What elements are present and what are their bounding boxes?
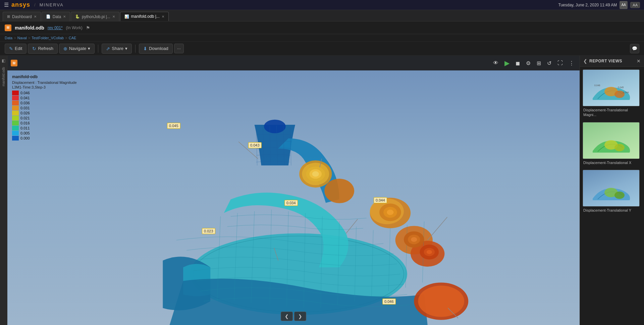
datetime: Tuesday, June 2, 2020 11:49 AM [558, 3, 617, 7]
legend-color-2 [12, 101, 19, 105]
report-item-2[interactable]: Displacement-Translational Y [583, 170, 641, 213]
annotation-045: 0.045 [167, 123, 180, 129]
report-item-1[interactable]: ✓ Displacement-Translational X [583, 122, 641, 165]
legend-val-1: 0.041 [20, 96, 30, 100]
download-label: Download [149, 46, 168, 51]
annotation-046: 0.046 [382, 299, 396, 305]
legend-val-0: 0.046 [20, 91, 30, 95]
nav-next-button[interactable]: ❯ [294, 312, 306, 321]
tab-python[interactable]: 🐍 pythonJob.pi |... ✕ [71, 12, 119, 21]
tab-data-close[interactable]: ✕ [63, 15, 66, 18]
share-icon: ⇗ [106, 46, 110, 51]
flag-icon[interactable]: ⚑ [86, 25, 90, 31]
legend-row-4: 0.026 [12, 111, 77, 115]
tab-data-label: Data [53, 14, 61, 19]
legend-row-2: 0.036 [12, 101, 77, 105]
legend-val-5: 0.021 [20, 116, 30, 120]
report-chevron-button[interactable]: ❮ [583, 58, 587, 64]
navigate-dropdown-icon: ▾ [88, 46, 90, 51]
tab-data-icon: 📄 [46, 14, 51, 19]
breadcrumb-testfolder[interactable]: TestFolder_VCollab [32, 36, 64, 40]
viewer-settings-button[interactable]: ⚙ [524, 59, 533, 68]
svg-point-2 [264, 120, 286, 133]
svg-point-20 [312, 171, 319, 177]
main-content: ◧ manifold.odb M 👁 ▶ ◼ ⚙ ⊞ ↺ ⛶ ⋮ manifol… [0, 56, 644, 325]
tab-dashboard[interactable]: ⊞ Dashboard ✕ [3, 12, 41, 21]
edit-button[interactable]: ✎ Edit [5, 44, 26, 54]
annotation-044: 0.044 [374, 197, 387, 203]
tab-manifold-icon: 📊 [124, 14, 129, 19]
avatar-button[interactable]: AA [620, 1, 628, 9]
report-item-0[interactable]: ✓ 0.046 0.045 0.044 Di [583, 69, 641, 117]
legend-step: L3M1-Time:3,Step-3 [12, 85, 77, 89]
nav-arrows: ❮ ❯ [281, 312, 306, 321]
tab-manifold-close[interactable]: ✕ [162, 15, 164, 18]
breadcrumb-sep2: > [28, 36, 30, 40]
viewer-grid-button[interactable]: ⊞ [535, 59, 543, 68]
legend-row-7: 0.011 [12, 126, 77, 130]
navigate-button[interactable]: ⊕ Navigate ▾ [59, 44, 95, 54]
3d-viewer[interactable]: M 👁 ▶ ◼ ⚙ ⊞ ↺ ⛶ ⋮ manifold-odb Displacem… [7, 56, 580, 325]
viewer-more-button[interactable]: ⋮ [567, 59, 576, 68]
share-label: Share [112, 46, 123, 51]
tab-python-icon: 🐍 [75, 14, 80, 19]
legend: manifold-odb Displacement : Translationa… [12, 74, 77, 141]
legend-row-9: 0.000 [12, 136, 77, 141]
legend-color-6 [12, 121, 19, 125]
report-title: REPORT VIEWS [589, 59, 622, 63]
annotation-023: 0.023 [202, 228, 215, 234]
font-size-button[interactable]: AA [630, 2, 640, 8]
download-icon: ⬇ [143, 46, 147, 51]
legend-color-0 [12, 91, 19, 95]
3d-mesh [7, 70, 580, 325]
share-button[interactable]: ⇗ Share ▾ [102, 44, 132, 54]
legend-row-5: 0.021 [12, 116, 77, 120]
breadcrumb: Data > Naval > TestFolder_VCollab > CAE [0, 34, 644, 42]
refresh-button[interactable]: ↻ Refresh [28, 44, 58, 54]
viewer-eye-button[interactable]: 👁 [491, 59, 500, 67]
tab-data[interactable]: 📄 Data ✕ [42, 12, 70, 21]
side-strip-button[interactable]: ◧ [2, 57, 5, 64]
legend-val-9: 0.000 [20, 136, 30, 140]
viewer-undo-button[interactable]: ↺ [545, 59, 553, 68]
legend-color-8 [12, 131, 19, 136]
filebar: M manifold.odb rev 001* (In Work) ⚑ [0, 21, 644, 34]
chat-icon: 💬 [632, 46, 637, 51]
tabbar: ⊞ Dashboard ✕ 📄 Data ✕ 🐍 pythonJob.pi |.… [0, 10, 644, 21]
legend-color-3 [12, 106, 19, 110]
viewer-box-button[interactable]: ◼ [514, 59, 522, 68]
tab-manifold-label: manifold.odb |... [131, 14, 160, 19]
legend-color-7 [12, 126, 19, 130]
svg-point-38 [614, 192, 625, 199]
svg-point-26 [411, 237, 417, 242]
more-button[interactable]: ··· [174, 44, 184, 53]
tab-python-close[interactable]: ✕ [112, 15, 115, 18]
tab-manifold[interactable]: 📊 manifold.odb |... ✕ [120, 12, 169, 21]
edit-label: Edit [15, 46, 22, 51]
download-button[interactable]: ⬇ Download [139, 44, 173, 54]
annotation-034: 0.034 [284, 200, 298, 206]
legend-row-6: 0.016 [12, 121, 77, 125]
viewer-fullscreen-button[interactable]: ⛶ [555, 59, 565, 67]
nav-prev-button[interactable]: ❮ [281, 312, 293, 321]
chat-button[interactable]: 💬 [630, 44, 639, 53]
viewer-play-button[interactable]: ▶ [502, 58, 512, 68]
breadcrumb-data[interactable]: Data [5, 36, 12, 40]
file-revision[interactable]: rev 001* [48, 25, 63, 30]
legend-title: manifold-odb [12, 74, 77, 80]
report-close-button[interactable]: ✕ [637, 58, 641, 64]
svg-point-11 [418, 286, 464, 317]
tab-dashboard-close[interactable]: ✕ [34, 15, 37, 18]
topbar-right: Tuesday, June 2, 2020 11:49 AM AA AA [558, 1, 640, 9]
svg-point-23 [387, 210, 393, 215]
breadcrumb-cae[interactable]: CAE [69, 36, 76, 40]
navigate-icon: ⊕ [63, 46, 67, 51]
legend-val-6: 0.016 [20, 121, 30, 125]
hamburger-icon[interactable]: ☰ [4, 2, 9, 8]
side-strip-label: manifold.odb [2, 67, 5, 86]
svg-text:0.046: 0.046 [594, 84, 600, 87]
report-header-left: ❮ REPORT VIEWS [583, 58, 622, 64]
breadcrumb-naval[interactable]: Naval [17, 36, 27, 40]
svg-point-36 [614, 144, 625, 151]
report-list: ✓ 0.046 0.045 0.044 Di [580, 67, 644, 325]
